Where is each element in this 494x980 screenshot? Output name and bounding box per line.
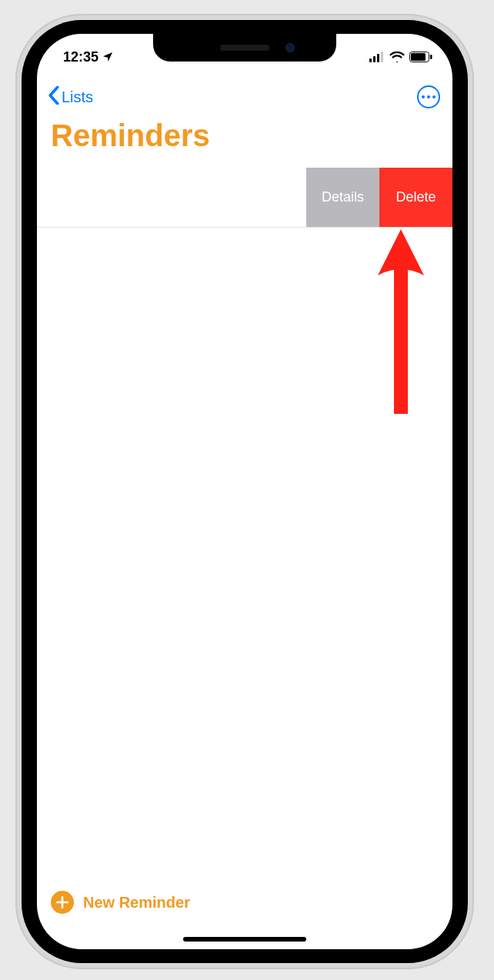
chevron-left-icon (48, 86, 60, 108)
svg-rect-1 (373, 56, 376, 62)
nav-bar: Lists (37, 78, 452, 115)
svg-rect-3 (381, 52, 383, 62)
plus-circle-icon (51, 891, 74, 914)
ellipsis-icon (422, 95, 436, 98)
new-reminder-button[interactable]: New Reminder (51, 891, 190, 914)
svg-rect-6 (430, 55, 432, 59)
back-button[interactable]: Lists (43, 83, 98, 112)
new-reminder-label: New Reminder (83, 894, 190, 912)
front-camera (285, 43, 295, 52)
annotation-arrow-icon (370, 229, 432, 414)
swipe-actions: Details Delete (306, 168, 452, 227)
cellular-signal-icon (369, 52, 385, 62)
reminder-subtitle: M (37, 195, 295, 211)
svg-rect-5 (411, 53, 426, 61)
speaker-grille (220, 45, 269, 51)
battery-icon (409, 52, 432, 62)
reminder-list: trash M Details Delete (37, 168, 452, 228)
delete-button[interactable]: Delete (379, 168, 452, 227)
phone-frame: 12:35 (15, 14, 474, 969)
back-label: Lists (62, 88, 93, 106)
reminder-row-content[interactable]: trash M (37, 168, 306, 227)
svg-rect-0 (369, 58, 372, 62)
location-arrow-icon (102, 51, 114, 63)
phone-bezel: 12:35 (22, 20, 468, 963)
reminder-title: trash (37, 177, 295, 194)
notch (153, 34, 336, 62)
home-indicator[interactable] (183, 937, 306, 942)
details-button[interactable]: Details (306, 168, 379, 227)
page-title: Reminders (51, 118, 210, 153)
more-button[interactable] (417, 85, 440, 108)
wifi-icon (389, 52, 405, 62)
svg-rect-2 (377, 54, 379, 62)
status-time: 12:35 (63, 49, 98, 65)
screen: 12:35 (37, 34, 452, 949)
reminder-row[interactable]: trash M Details Delete (37, 168, 452, 228)
